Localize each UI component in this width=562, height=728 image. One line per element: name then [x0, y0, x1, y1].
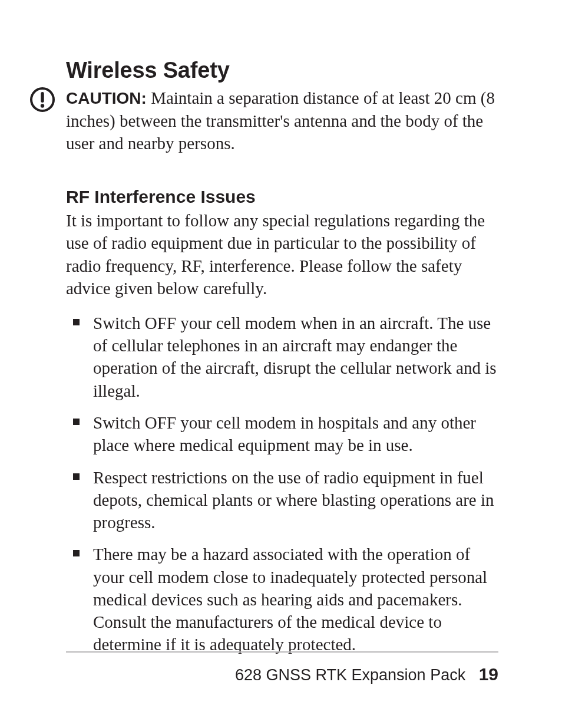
list-item: Respect restrictions on the use of radio…	[66, 466, 498, 534]
section-heading: Wireless Safety	[66, 58, 498, 83]
caution-icon	[29, 87, 55, 115]
list-item: There may be a hazard associated with th…	[66, 543, 498, 655]
caution-block: CAUTION: Maintain a separation distance …	[66, 87, 498, 155]
footer-page-number: 19	[479, 664, 498, 684]
subsection-heading: RF Interference Issues	[66, 187, 498, 207]
page: Wireless Safety CAUTION: Maintain a sepa…	[0, 0, 562, 728]
bullet-list: Switch OFF your cell modem when in an ai…	[66, 312, 498, 656]
page-footer: 628 GNSS RTK Expansion Pack 19	[66, 651, 498, 684]
intro-paragraph: It is important to follow any special re…	[66, 209, 498, 300]
caution-paragraph: CAUTION: Maintain a separation distance …	[66, 87, 498, 155]
list-item: Switch OFF your cell modem when in an ai…	[66, 312, 498, 402]
svg-rect-1	[41, 92, 44, 103]
caution-label: CAUTION:	[66, 89, 147, 107]
list-item: Switch OFF your cell modem in hospitals …	[66, 411, 498, 457]
svg-point-2	[41, 104, 44, 107]
footer-doc-title: 628 GNSS RTK Expansion Pack	[235, 666, 465, 684]
